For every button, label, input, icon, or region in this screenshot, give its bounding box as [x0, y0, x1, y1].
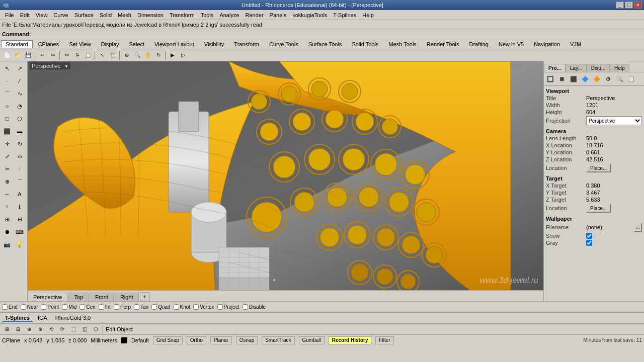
rp-tab-properties[interactable]: Pro... [544, 64, 566, 72]
maximize-button[interactable]: □ [625, 2, 633, 9]
toolbar-tab-display[interactable]: Display [96, 40, 123, 48]
rect-tool[interactable]: □ [1, 113, 13, 125]
menu-item-file[interactable]: File [2, 12, 17, 19]
menu-item-transform[interactable]: Transform [167, 12, 198, 19]
wallpaper-gray-checkbox[interactable] [586, 240, 592, 246]
close-button[interactable]: ✕ [634, 2, 642, 9]
rp-tab-help[interactable]: Help [610, 64, 629, 72]
cut-btn[interactable]: ✂ [62, 50, 72, 60]
toolbar-tab-render-tools[interactable]: Render Tools [422, 40, 464, 48]
wallpaper-browse-button[interactable]: ... [634, 223, 642, 232]
rp-icon-4[interactable]: 🔷 [580, 73, 591, 84]
move-tool[interactable]: ✛ [1, 138, 13, 150]
undo-btn[interactable]: ↩ [37, 50, 47, 60]
rp-icon-1[interactable]: 🔲 [545, 73, 556, 84]
text-tool[interactable]: A [14, 188, 26, 200]
zoom-win-btn[interactable]: 🔍 [132, 50, 142, 60]
paste-btn[interactable]: 📋 [83, 50, 93, 60]
line-tool[interactable]: ∕ [14, 75, 26, 87]
point-tool[interactable]: · [1, 75, 13, 87]
window-sel-btn[interactable]: ⬚ [108, 50, 118, 60]
camera-tool[interactable]: 📷 [1, 238, 13, 250]
record-history-button[interactable]: Record History [329, 336, 372, 344]
toolbar-tab-vjm[interactable]: VJM [566, 40, 586, 48]
menu-item-surface[interactable]: Surface [71, 12, 97, 19]
render-btn[interactable]: ▶ [168, 50, 178, 60]
osnap-knot-checkbox[interactable] [174, 304, 179, 310]
light-tool[interactable]: 💡 [14, 238, 26, 250]
minimize-button[interactable]: _ [616, 2, 624, 9]
open-btn[interactable]: 📂 [13, 50, 23, 60]
bt3[interactable]: ⊕ [24, 324, 34, 334]
snap-tool[interactable]: ⊞ [1, 213, 13, 225]
menu-item-mesh[interactable]: Mesh [115, 12, 134, 19]
copy-btn[interactable]: ⎘ [72, 50, 83, 60]
add-viewport-tab[interactable]: + [140, 292, 150, 301]
smarttrack-button[interactable]: SmartTrack [262, 336, 294, 344]
rp-icon-5[interactable]: 🔶 [591, 73, 602, 84]
menu-item-render[interactable]: Render [243, 12, 267, 19]
osnap-disable-checkbox[interactable] [243, 304, 248, 310]
rp-icon-6[interactable]: ⚙ [603, 73, 614, 84]
record-tool[interactable]: ⏺ [1, 226, 13, 238]
osnap-cen-checkbox[interactable] [79, 304, 85, 310]
menu-item-t-splines[interactable]: T-Splines [330, 12, 359, 19]
toolbar-tab-standard[interactable]: Standard [1, 40, 33, 48]
osnap-project-checkbox[interactable] [217, 304, 223, 310]
toolbar-tab-surface-tools[interactable]: Surface Tools [304, 40, 346, 48]
toolbar-tab-new-in-v5[interactable]: New in V5 [494, 40, 528, 48]
tab-top[interactable]: Top [68, 293, 89, 301]
rp-tab-display[interactable]: Disp... [587, 64, 610, 72]
osnap-button[interactable]: Osnap [236, 336, 258, 344]
new-btn[interactable]: 📄 [2, 50, 12, 60]
wallpaper-show-checkbox[interactable] [586, 233, 592, 239]
bt2[interactable]: ⊟ [13, 324, 23, 334]
grid-tool[interactable]: ⊟ [14, 213, 26, 225]
osnap-int-checkbox[interactable] [99, 304, 104, 310]
script-tool[interactable]: ⌨ [14, 226, 26, 238]
bt7[interactable]: ⬚ [68, 324, 78, 334]
menu-item-curve[interactable]: Curve [50, 12, 71, 19]
trim-tool[interactable]: ✂ [1, 163, 13, 175]
props-tool[interactable]: ℹ [14, 201, 26, 213]
osnap-perp-checkbox[interactable] [114, 304, 119, 310]
osnap-vertex-checkbox[interactable] [193, 304, 199, 310]
rp-icon-7[interactable]: 🔍 [614, 73, 625, 84]
select-btn[interactable]: ↖ [97, 50, 107, 60]
toolbar-tab-viewport-layout[interactable]: Viewport Layout [150, 40, 199, 48]
zoom-ext-btn[interactable]: ⊕ [122, 50, 132, 60]
target-place-button[interactable]: Place... [586, 204, 611, 213]
fillet-tool[interactable]: ⌒ [14, 175, 26, 188]
rp-tab-layers[interactable]: Lay... [566, 64, 587, 72]
osnap-point-checkbox[interactable] [41, 304, 46, 310]
circle-tool[interactable]: ○ [1, 100, 13, 112]
bt4[interactable]: ⊗ [35, 324, 45, 334]
extrude-tool[interactable]: ▬ [14, 125, 26, 137]
toolbar-tab-navigation[interactable]: Navigation [529, 40, 565, 48]
menu-item-view[interactable]: View [33, 12, 51, 19]
select-tool2[interactable]: ↗ [14, 62, 26, 74]
tab-front[interactable]: Front [90, 293, 114, 301]
tab-right[interactable]: Right [115, 293, 139, 301]
menu-item-tools[interactable]: Tools [198, 12, 217, 19]
bt1[interactable]: ⊞ [2, 324, 12, 334]
gumball-button[interactable]: Gumball [299, 336, 325, 344]
btab-tsplines[interactable]: T-Splines [2, 314, 33, 322]
filter-button[interactable]: Filter [375, 336, 393, 344]
bt8[interactable]: ◫ [79, 324, 90, 334]
menu-item-help[interactable]: Help [359, 12, 377, 19]
toolbar-tab-select[interactable]: Select [125, 40, 149, 48]
save-btn[interactable]: 💾 [23, 50, 33, 60]
rotate-tool[interactable]: ↻ [14, 138, 26, 150]
viewport-dropdown-icon[interactable]: ▼ [64, 64, 69, 69]
select-tool[interactable]: ↖ [1, 62, 13, 74]
toolbar-tab-curve-tools[interactable]: Curve Tools [265, 40, 303, 48]
tab-perspective[interactable]: Perspective [28, 293, 67, 301]
mirror-tool[interactable]: ⇔ [14, 150, 26, 162]
ortho-button[interactable]: Ortho [187, 336, 206, 344]
menu-item-dimension[interactable]: Dimension [134, 12, 167, 19]
surface-tool[interactable]: ⬛ [1, 125, 13, 137]
menu-item-panels[interactable]: Panels [267, 12, 290, 19]
toolbar-tab-cplanes[interactable]: CPlanes [34, 40, 64, 48]
grid-snap-button[interactable]: Grid Snap [153, 336, 183, 344]
